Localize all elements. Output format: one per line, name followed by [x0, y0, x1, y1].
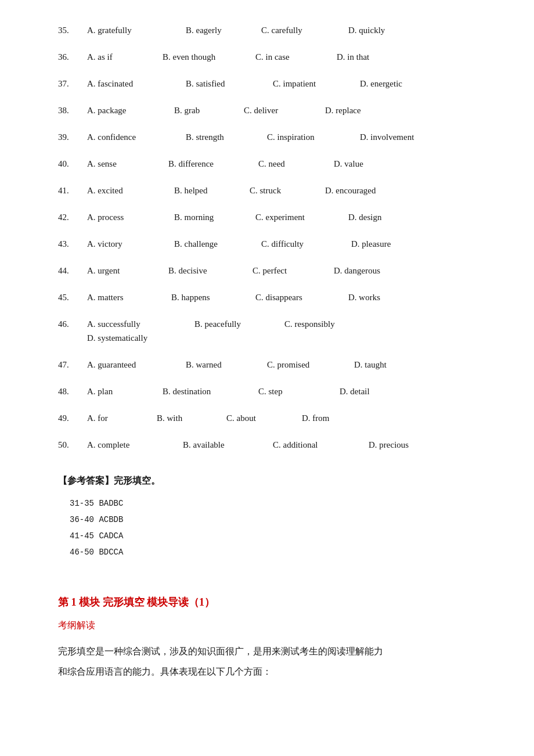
option-item: D. design	[348, 210, 424, 224]
options-container: A. senseB. differenceC. needD. value	[87, 157, 476, 171]
question-row: 39.A. confidenceB. strengthC. inspiratio…	[58, 130, 476, 144]
module-subtitle: 考纲解读	[58, 620, 476, 632]
question-row: 45.A. mattersB. happensC. disappearsD. w…	[58, 290, 476, 304]
option-item: C. step	[258, 384, 340, 398]
option-item: A. plan	[87, 384, 163, 398]
option-item: B. warned	[186, 358, 267, 372]
option-item: D. replace	[325, 103, 400, 117]
option-item: B. morning	[174, 210, 255, 224]
option-item: C. in case	[255, 50, 337, 64]
option-item: D. quickly	[348, 23, 424, 37]
question-number: 40.	[58, 157, 87, 171]
question-number: 50.	[58, 438, 87, 452]
question-number: 43.	[58, 237, 87, 251]
option-item: C. difficulty	[261, 237, 351, 251]
question-number: 48.	[58, 384, 87, 398]
question-number: 49.	[58, 411, 87, 425]
answer-line: 41-45 CADCA	[70, 528, 476, 544]
option-item: B. with	[157, 411, 226, 425]
question-number: 38.	[58, 103, 87, 117]
module-paragraph1: 完形填空是一种综合测试，涉及的知识面很广，是用来测试考生的阅读理解能力 和综合应…	[58, 641, 476, 682]
option-item: D. works	[348, 290, 424, 304]
option-item: B. eagerly	[186, 23, 261, 37]
answer-line: 31-35 BADBC	[70, 495, 476, 512]
answer-lines: 31-35 BADBC36-40 ACBDB41-45 CADCA46-50 B…	[70, 495, 476, 560]
question-row: 41.A. excitedB. helpedC. struckD. encour…	[58, 183, 476, 197]
option-item: D. involvement	[360, 130, 447, 144]
option-item: D. pleasure	[351, 237, 432, 251]
answer-line: 46-50 BDCCA	[70, 544, 476, 560]
option-item: D. encouraged	[325, 183, 412, 197]
option-item: A. successfully	[87, 317, 194, 331]
option-item: C. impatient	[273, 77, 360, 91]
question-row: 38.A. packageB. grabC. deliverD. replace	[58, 103, 476, 117]
options-container: A. processB. morningC. experimentD. desi…	[87, 210, 476, 224]
option-item: D. energetic	[360, 77, 441, 91]
question-row: 42.A. processB. morningC. experimentD. d…	[58, 210, 476, 224]
question-row: 46.A. successfullyB. peacefullyC. respon…	[58, 317, 476, 345]
option-item: C. promised	[267, 358, 354, 372]
option-item: A. process	[87, 210, 174, 224]
question-number: 47.	[58, 358, 87, 372]
option-item: C. additional	[273, 438, 369, 452]
option-item: A. fascinated	[87, 77, 186, 91]
option-item: B. strength	[186, 130, 267, 144]
options-container: A. excitedB. helpedC. struckD. encourage…	[87, 183, 476, 197]
question-number: 46.	[58, 317, 87, 331]
options-container: A. as ifB. even thoughC. in caseD. in th…	[87, 50, 476, 64]
option-item: B. happens	[171, 290, 255, 304]
question-row: 50.A. completeB. availableC. additionalD…	[58, 438, 476, 452]
option-item: A. urgent	[87, 264, 168, 278]
question-row: 47.A. guaranteedB. warnedC. promisedD. t…	[58, 358, 476, 372]
options-container: A. fascinatedB. satisfiedC. impatientD. …	[87, 77, 476, 91]
option-item: A. excited	[87, 183, 174, 197]
question-number: 45.	[58, 290, 87, 304]
option-item: C. need	[258, 157, 334, 171]
option-item: B. satisfied	[186, 77, 273, 91]
option-item: B. peacefully	[194, 317, 284, 331]
question-number: 35.	[58, 23, 87, 37]
option-item: A. guaranteed	[87, 358, 186, 372]
option-item: B. difference	[168, 157, 258, 171]
option-item: D. value	[334, 157, 409, 171]
options-container: A. mattersB. happensC. disappearsD. work…	[87, 290, 476, 304]
module-section: 第 1 模块 完形填空 模块导读（1） 考纲解读 完形填空是一种综合测试，涉及的…	[58, 595, 476, 682]
module-title: 第 1 模块 完形填空 模块导读（1）	[58, 595, 476, 609]
option-item: B. destination	[163, 384, 258, 398]
option-item: D. taught	[354, 358, 430, 372]
question-row: 48.A. planB. destinationC. stepD. detail	[58, 384, 476, 398]
option-item: A. matters	[87, 290, 171, 304]
option-item: C. deliver	[244, 103, 325, 117]
option-item: D. precious	[369, 438, 453, 452]
question-row: 43.A. victoryB. challengeC. difficultyD.…	[58, 237, 476, 251]
option-item: B. helped	[174, 183, 250, 197]
options-container: A. completeB. availableC. additionalD. p…	[87, 438, 476, 452]
option-item: C. disappears	[255, 290, 348, 304]
option-item: A. complete	[87, 438, 183, 452]
option-item: B. decisive	[168, 264, 252, 278]
question-number: 42.	[58, 210, 87, 224]
options-container: A. planB. destinationC. stepD. detail	[87, 384, 476, 398]
option-item: A. confidence	[87, 130, 186, 144]
answer-title: 【参考答案】完形填空。	[58, 475, 476, 487]
answer-section: 【参考答案】完形填空。 31-35 BADBC36-40 ACBDB41-45 …	[58, 475, 476, 560]
option-item: A. package	[87, 103, 174, 117]
option-item: B. available	[183, 438, 273, 452]
option-item: A. for	[87, 411, 157, 425]
option-item: B. even though	[163, 50, 255, 64]
question-number: 37.	[58, 77, 87, 91]
option-item: C. about	[226, 411, 302, 425]
options-container: A. guaranteedB. warnedC. promisedD. taug…	[87, 358, 476, 372]
option-item: C. perfect	[252, 264, 334, 278]
options-container: A. victoryB. challengeC. difficultyD. pl…	[87, 237, 476, 251]
answer-line: 36-40 ACBDB	[70, 512, 476, 528]
option-item: A. gratefully	[87, 23, 186, 37]
options-container: A. packageB. grabC. deliverD. replace	[87, 103, 476, 117]
question-row: 37.A. fascinatedB. satisfiedC. impatient…	[58, 77, 476, 91]
question-row: 35.A. gratefullyB. eagerlyC. carefullyD.…	[58, 23, 476, 37]
question-number: 36.	[58, 50, 87, 64]
option-item: A. as if	[87, 50, 163, 64]
question-row: 49.A. forB. withC. aboutD. from	[58, 411, 476, 425]
option-item: C. responsibly	[284, 317, 380, 331]
question-row: 36.A. as ifB. even thoughC. in caseD. in…	[58, 50, 476, 64]
